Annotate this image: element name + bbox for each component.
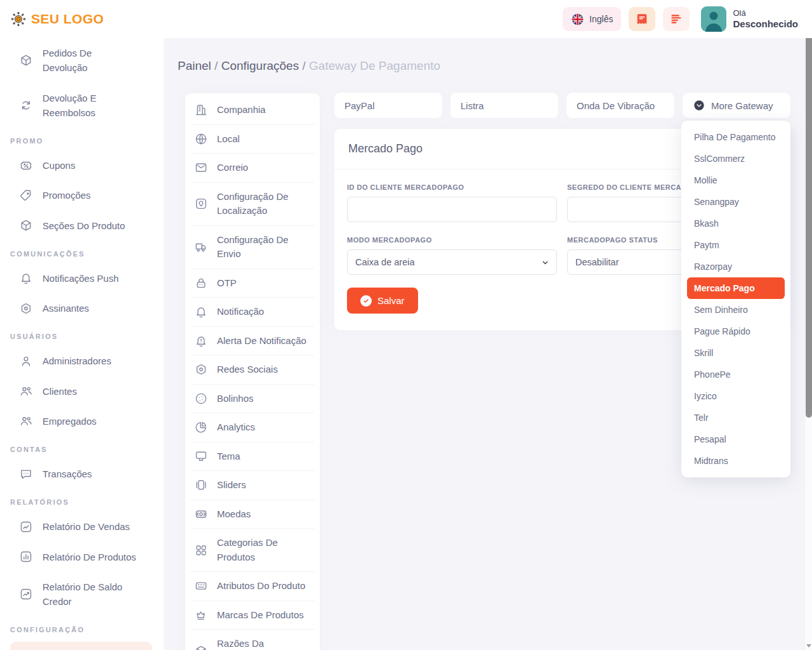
pos-button[interactable] — [629, 7, 655, 31]
settings-nav-item[interactable]: Sliders — [190, 470, 315, 500]
save-button-label: Salvar — [377, 295, 405, 306]
settings-nav-item[interactable]: Bolinhos — [190, 384, 315, 413]
mode-select[interactable]: Caixa de areia — [347, 249, 557, 275]
username: Desconhecido — [733, 18, 798, 30]
settings-nav-item[interactable]: Configuração De Localização — [190, 182, 315, 225]
gateway-dropdown-item[interactable]: Bkash — [681, 213, 790, 234]
sidebar-item[interactable]: Administradores — [0, 346, 164, 376]
sidebar-item[interactable]: Notificações Push — [0, 263, 164, 293]
gateway-dropdown-item[interactable]: Mercado Pago — [687, 277, 785, 299]
settings-nav-item[interactable]: Analytics — [190, 413, 315, 442]
settings-nav-item[interactable]: Companhia — [190, 96, 315, 124]
text-lines-button[interactable] — [663, 7, 690, 31]
sidebar-item[interactable]: Seções Do Produto — [0, 211, 164, 241]
settings-nav-item-label: Local — [217, 132, 309, 147]
gateway-dropdown-item[interactable]: SslCommerz — [681, 148, 790, 169]
gateway-dropdown-item[interactable]: Pilha De Pagamento — [681, 126, 790, 148]
page-scrollbar[interactable] — [804, 38, 812, 650]
return-box-icon — [194, 644, 208, 650]
settings-nav-item[interactable]: Moedas — [190, 500, 315, 529]
gateway-dropdown-item[interactable]: Razorpay — [681, 256, 790, 277]
sidebar-item[interactable]: Cupons — [0, 150, 164, 180]
sidebar-item[interactable]: Devolução E Reembolsos — [0, 83, 164, 128]
pie-icon — [194, 420, 208, 434]
gateway-tab[interactable]: Onda De Vibração — [566, 93, 674, 118]
sidebar-item-label: Notificações Push — [43, 271, 139, 286]
settings-nav-item[interactable]: Redes Sociais — [190, 355, 315, 384]
settings-nav-item[interactable]: Tema — [190, 442, 315, 471]
settings-nav-item-label: Categorias De Produtos — [217, 536, 309, 564]
client-id-label: ID DO CLIENTE MERCADOPAGO — [347, 183, 557, 191]
gateway-dropdown-item[interactable]: Pague Rápido — [681, 321, 790, 342]
breadcrumb-item[interactable]: Painel — [178, 59, 221, 72]
sidebar-item-label: Assinantes — [43, 301, 139, 315]
sidebar-item[interactable]: Empregados — [0, 406, 164, 436]
gateway-dropdown-item[interactable]: Mollie — [681, 169, 790, 191]
sidebar-item[interactable]: Promoções — [0, 180, 164, 210]
gateway-dropdown-item[interactable]: Paytm — [681, 234, 790, 256]
gateway-tab[interactable]: Listra — [450, 93, 558, 118]
settings-nav-item-label: Correio — [217, 161, 309, 175]
gateway-dropdown-item[interactable]: Midtrans — [681, 450, 790, 472]
sidebar-item[interactable]: Transações — [0, 459, 164, 489]
gateway-tabs: PayPal Listra Onda De Vibração More Gate… — [334, 93, 790, 118]
sidebar-section-label: CONTAS — [0, 436, 164, 459]
cookie-icon — [194, 392, 208, 406]
settings-nav-item[interactable]: Notificação — [190, 297, 315, 326]
logo[interactable]: SEU LOGO — [10, 11, 104, 27]
refund-icon — [19, 98, 33, 112]
tag-icon — [19, 189, 33, 202]
settings-nav-item[interactable]: Alerta De Notificação — [190, 326, 315, 355]
language-selector[interactable]: Inglês — [563, 7, 621, 31]
sidebar-item[interactable]: Pedidos De Devolução — [0, 38, 164, 83]
settings-nav-item-label: Configuração De Envio — [217, 233, 309, 262]
breadcrumb: Painel Configurações Gateway De Pagament… — [178, 59, 440, 73]
gateway-tab[interactable]: More Gateway — [683, 93, 790, 118]
sidebar-item[interactable]: Clientes — [0, 376, 164, 406]
breadcrumb-item[interactable]: Configurações — [221, 59, 309, 72]
settings-nav-item-label: Alerta De Notificação — [217, 334, 309, 348]
settings-nav-item[interactable]: Configuração De Envio — [190, 225, 315, 269]
gateway-dropdown-item[interactable]: Sem Dinheiro — [681, 299, 790, 321]
sidebar-section-label: PROMO — [0, 128, 164, 150]
bell-icon — [19, 271, 33, 285]
sidebar-section-label: RELATÓRIOS — [0, 489, 164, 512]
settings-nav-item[interactable]: Categorias De Produtos — [190, 528, 315, 571]
gateway-tab[interactable]: PayPal — [334, 93, 442, 118]
client-id-input[interactable] — [347, 197, 557, 222]
gateway-dropdown-item[interactable]: PhonePe — [681, 364, 790, 385]
gateway-dropdown-item[interactable]: Skrill — [681, 342, 790, 364]
settings-nav-item-label: Analytics — [217, 420, 309, 435]
sidebar-item[interactable]: Assinantes — [0, 293, 164, 323]
scrollbar-down-arrow[interactable] — [806, 644, 811, 647]
scrollbar-thumb[interactable] — [806, 38, 812, 418]
breadcrumb-item[interactable]: Gateway De Pagamento — [309, 59, 440, 72]
settings-nav-item[interactable]: Atributos Do Produto — [190, 571, 315, 600]
user-menu[interactable]: Olá Desconhecido — [701, 6, 798, 32]
gateway-tab-label: More Gateway — [711, 100, 773, 111]
settings-nav-item[interactable]: Correio — [190, 153, 315, 182]
trend-icon — [19, 587, 33, 601]
save-button[interactable]: Salvar — [347, 288, 418, 314]
status-select-value: Desabilitar — [575, 257, 619, 267]
gateway-dropdown-item[interactable]: Telr — [681, 407, 790, 428]
sidebar-item[interactable]: Relatório De Vendas — [0, 512, 164, 541]
settings-nav-item[interactable]: Razões Da Devolução — [190, 629, 315, 650]
sidebar-item[interactable]: Relatório De Saldo Credor — [0, 572, 164, 617]
settings-nav-item-label: Configuração De Localização — [217, 190, 309, 218]
cube-icon — [19, 218, 33, 232]
settings-nav-item[interactable]: Marcas De Produtos — [190, 600, 315, 630]
bell-icon — [194, 305, 208, 319]
sidebar-item[interactable]: Configurações — [10, 642, 152, 650]
gateway-dropdown-item[interactable]: Senangpay — [681, 191, 790, 213]
logo-badge-icon — [10, 11, 27, 27]
settings-nav-item-label: Redes Sociais — [217, 362, 309, 377]
chat-icon — [19, 467, 33, 481]
gateway-dropdown-item[interactable]: Pesapal — [681, 428, 790, 450]
sidebar-item[interactable]: Relatório De Produtos — [0, 542, 164, 572]
layers-icon — [194, 478, 208, 492]
settings-nav-item[interactable]: OTP — [190, 269, 315, 298]
building-icon — [194, 103, 208, 117]
settings-nav-item[interactable]: Local — [190, 124, 315, 154]
gateway-dropdown-item[interactable]: Iyzico — [681, 385, 790, 407]
